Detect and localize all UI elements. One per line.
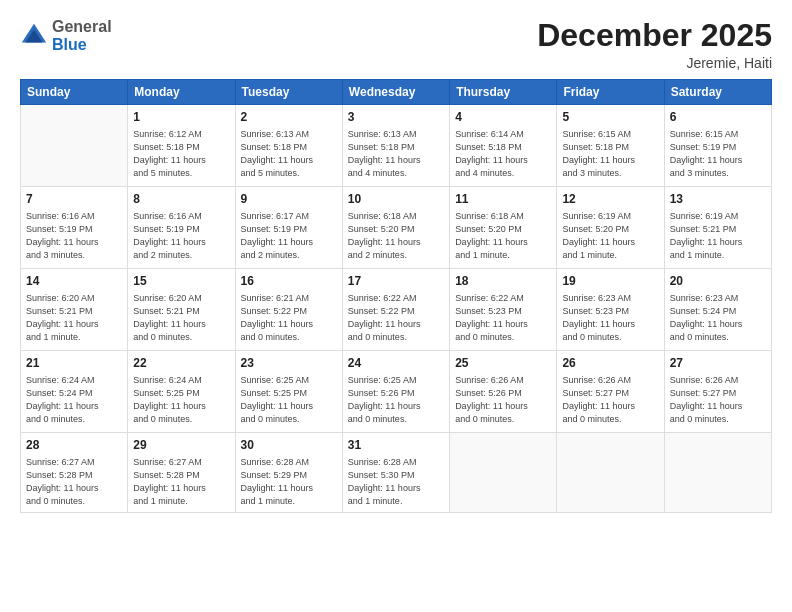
calendar-cell: 25Sunrise: 6:26 AM Sunset: 5:26 PM Dayli… [450,351,557,433]
day-number: 2 [241,109,337,126]
day-number: 21 [26,355,122,372]
calendar-week-2: 7Sunrise: 6:16 AM Sunset: 5:19 PM Daylig… [21,187,772,269]
day-info: Sunrise: 6:24 AM Sunset: 5:25 PM Dayligh… [133,374,229,426]
day-number: 23 [241,355,337,372]
calendar-cell: 20Sunrise: 6:23 AM Sunset: 5:24 PM Dayli… [664,269,771,351]
day-info: Sunrise: 6:26 AM Sunset: 5:27 PM Dayligh… [670,374,766,426]
calendar-cell: 26Sunrise: 6:26 AM Sunset: 5:27 PM Dayli… [557,351,664,433]
calendar-cell: 31Sunrise: 6:28 AM Sunset: 5:30 PM Dayli… [342,433,449,513]
day-info: Sunrise: 6:14 AM Sunset: 5:18 PM Dayligh… [455,128,551,180]
calendar-dow-tuesday: Tuesday [235,80,342,105]
calendar-cell: 7Sunrise: 6:16 AM Sunset: 5:19 PM Daylig… [21,187,128,269]
calendar-cell: 13Sunrise: 6:19 AM Sunset: 5:21 PM Dayli… [664,187,771,269]
calendar-cell: 1Sunrise: 6:12 AM Sunset: 5:18 PM Daylig… [128,105,235,187]
location: Jeremie, Haiti [537,55,772,71]
calendar-cell: 19Sunrise: 6:23 AM Sunset: 5:23 PM Dayli… [557,269,664,351]
day-info: Sunrise: 6:18 AM Sunset: 5:20 PM Dayligh… [348,210,444,262]
calendar-cell: 23Sunrise: 6:25 AM Sunset: 5:25 PM Dayli… [235,351,342,433]
calendar-week-5: 28Sunrise: 6:27 AM Sunset: 5:28 PM Dayli… [21,433,772,513]
day-info: Sunrise: 6:25 AM Sunset: 5:26 PM Dayligh… [348,374,444,426]
day-number: 17 [348,273,444,290]
calendar-cell: 29Sunrise: 6:27 AM Sunset: 5:28 PM Dayli… [128,433,235,513]
calendar-cell: 10Sunrise: 6:18 AM Sunset: 5:20 PM Dayli… [342,187,449,269]
calendar-cell: 15Sunrise: 6:20 AM Sunset: 5:21 PM Dayli… [128,269,235,351]
month-title: December 2025 [537,18,772,53]
day-info: Sunrise: 6:12 AM Sunset: 5:18 PM Dayligh… [133,128,229,180]
day-number: 24 [348,355,444,372]
day-info: Sunrise: 6:19 AM Sunset: 5:21 PM Dayligh… [670,210,766,262]
calendar-cell: 12Sunrise: 6:19 AM Sunset: 5:20 PM Dayli… [557,187,664,269]
calendar-week-3: 14Sunrise: 6:20 AM Sunset: 5:21 PM Dayli… [21,269,772,351]
calendar-cell: 21Sunrise: 6:24 AM Sunset: 5:24 PM Dayli… [21,351,128,433]
day-info: Sunrise: 6:23 AM Sunset: 5:24 PM Dayligh… [670,292,766,344]
day-info: Sunrise: 6:26 AM Sunset: 5:26 PM Dayligh… [455,374,551,426]
calendar-cell: 3Sunrise: 6:13 AM Sunset: 5:18 PM Daylig… [342,105,449,187]
calendar-cell: 11Sunrise: 6:18 AM Sunset: 5:20 PM Dayli… [450,187,557,269]
calendar-dow-friday: Friday [557,80,664,105]
day-number: 14 [26,273,122,290]
day-info: Sunrise: 6:18 AM Sunset: 5:20 PM Dayligh… [455,210,551,262]
day-number: 7 [26,191,122,208]
day-number: 10 [348,191,444,208]
day-info: Sunrise: 6:23 AM Sunset: 5:23 PM Dayligh… [562,292,658,344]
calendar-cell: 30Sunrise: 6:28 AM Sunset: 5:29 PM Dayli… [235,433,342,513]
calendar-cell: 5Sunrise: 6:15 AM Sunset: 5:18 PM Daylig… [557,105,664,187]
day-info: Sunrise: 6:20 AM Sunset: 5:21 PM Dayligh… [133,292,229,344]
title-block: December 2025 Jeremie, Haiti [537,18,772,71]
logo-blue-text: Blue [52,36,112,54]
calendar-cell: 16Sunrise: 6:21 AM Sunset: 5:22 PM Dayli… [235,269,342,351]
calendar-cell: 14Sunrise: 6:20 AM Sunset: 5:21 PM Dayli… [21,269,128,351]
calendar-dow-thursday: Thursday [450,80,557,105]
day-number: 22 [133,355,229,372]
calendar-cell: 22Sunrise: 6:24 AM Sunset: 5:25 PM Dayli… [128,351,235,433]
day-info: Sunrise: 6:16 AM Sunset: 5:19 PM Dayligh… [133,210,229,262]
day-number: 31 [348,437,444,454]
calendar-cell: 28Sunrise: 6:27 AM Sunset: 5:28 PM Dayli… [21,433,128,513]
day-number: 13 [670,191,766,208]
day-info: Sunrise: 6:13 AM Sunset: 5:18 PM Dayligh… [241,128,337,180]
day-number: 1 [133,109,229,126]
day-info: Sunrise: 6:21 AM Sunset: 5:22 PM Dayligh… [241,292,337,344]
day-info: Sunrise: 6:24 AM Sunset: 5:24 PM Dayligh… [26,374,122,426]
calendar-cell: 9Sunrise: 6:17 AM Sunset: 5:19 PM Daylig… [235,187,342,269]
day-info: Sunrise: 6:15 AM Sunset: 5:18 PM Dayligh… [562,128,658,180]
day-info: Sunrise: 6:25 AM Sunset: 5:25 PM Dayligh… [241,374,337,426]
calendar-header-row: SundayMondayTuesdayWednesdayThursdayFrid… [21,80,772,105]
day-number: 16 [241,273,337,290]
day-number: 11 [455,191,551,208]
calendar-cell: 17Sunrise: 6:22 AM Sunset: 5:22 PM Dayli… [342,269,449,351]
day-info: Sunrise: 6:26 AM Sunset: 5:27 PM Dayligh… [562,374,658,426]
day-number: 25 [455,355,551,372]
day-number: 15 [133,273,229,290]
logo: General Blue [20,18,112,53]
calendar-cell: 18Sunrise: 6:22 AM Sunset: 5:23 PM Dayli… [450,269,557,351]
day-info: Sunrise: 6:28 AM Sunset: 5:30 PM Dayligh… [348,456,444,508]
page: General Blue December 2025 Jeremie, Hait… [0,0,792,612]
calendar-dow-saturday: Saturday [664,80,771,105]
calendar-cell [557,433,664,513]
calendar-week-4: 21Sunrise: 6:24 AM Sunset: 5:24 PM Dayli… [21,351,772,433]
calendar-table: SundayMondayTuesdayWednesdayThursdayFrid… [20,79,772,513]
day-number: 5 [562,109,658,126]
calendar-dow-monday: Monday [128,80,235,105]
day-number: 29 [133,437,229,454]
day-number: 6 [670,109,766,126]
calendar-cell: 27Sunrise: 6:26 AM Sunset: 5:27 PM Dayli… [664,351,771,433]
day-info: Sunrise: 6:16 AM Sunset: 5:19 PM Dayligh… [26,210,122,262]
day-info: Sunrise: 6:22 AM Sunset: 5:23 PM Dayligh… [455,292,551,344]
day-number: 9 [241,191,337,208]
day-info: Sunrise: 6:27 AM Sunset: 5:28 PM Dayligh… [133,456,229,508]
day-info: Sunrise: 6:13 AM Sunset: 5:18 PM Dayligh… [348,128,444,180]
day-number: 18 [455,273,551,290]
calendar-cell [21,105,128,187]
calendar-cell [450,433,557,513]
day-info: Sunrise: 6:15 AM Sunset: 5:19 PM Dayligh… [670,128,766,180]
day-info: Sunrise: 6:28 AM Sunset: 5:29 PM Dayligh… [241,456,337,508]
day-number: 4 [455,109,551,126]
day-number: 19 [562,273,658,290]
logo-text: General Blue [52,18,112,53]
day-info: Sunrise: 6:20 AM Sunset: 5:21 PM Dayligh… [26,292,122,344]
day-number: 3 [348,109,444,126]
logo-general-text: General [52,18,112,36]
day-number: 12 [562,191,658,208]
